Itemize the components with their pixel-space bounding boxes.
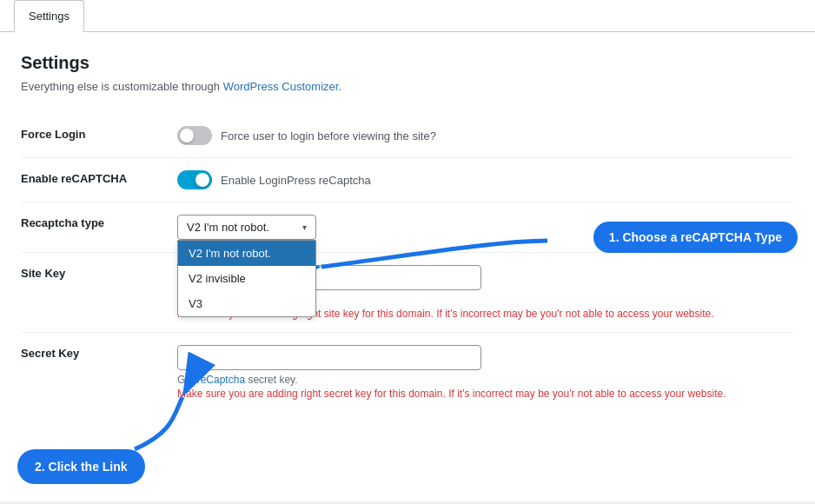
recaptcha-type-select[interactable]: V2 I'm not robot. ▾: [177, 215, 316, 240]
secret-key-input[interactable]: [177, 345, 481, 370]
settings-table: Force Login Force user to login before v…: [21, 114, 794, 412]
subtitle-period: .: [338, 80, 341, 93]
force-login-label: Force Login: [21, 114, 177, 158]
page-subtitle: Everything else is customizable through …: [21, 80, 794, 93]
enable-recaptcha-toggle-label: Enable LoginPress reCaptcha: [221, 174, 371, 187]
force-login-toggle-label: Force user to login before viewing the s…: [221, 129, 436, 143]
force-login-toggle[interactable]: [177, 126, 212, 145]
dropdown-option-v3[interactable]: V3: [178, 291, 315, 316]
chevron-down-icon: ▾: [302, 222, 307, 232]
secret-key-help-suffix: secret key.: [245, 374, 297, 386]
secret-key-control: Get reCaptcha secret key. Make sure you …: [177, 333, 794, 413]
wordpress-customizer-link[interactable]: WordPress Customizer: [223, 80, 339, 93]
annotation-click-link-label: 2. Click the Link: [17, 449, 145, 484]
enable-recaptcha-control: Enable LoginPress reCaptcha: [177, 158, 794, 202]
enable-recaptcha-row: Enable reCAPTCHA Enable LoginPress reCap…: [21, 158, 794, 202]
enable-recaptcha-toggle[interactable]: [177, 170, 212, 189]
enable-recaptcha-label: Enable reCAPTCHA: [21, 158, 177, 202]
recaptcha-type-selected-value: V2 I'm not robot.: [187, 221, 269, 234]
recaptcha-type-label: Recaptcha type: [21, 202, 177, 253]
enable-recaptcha-slider: [177, 170, 212, 189]
secret-key-recaptcha-link[interactable]: reCaptcha: [197, 374, 245, 386]
dropdown-option-v2-not-robot[interactable]: V2 I'm not robot.: [178, 241, 315, 266]
force-login-row: Force Login Force user to login before v…: [21, 114, 794, 158]
secret-key-help: Get reCaptcha secret key.: [177, 374, 794, 386]
tab-bar: Settings: [0, 0, 815, 32]
force-login-slider: [177, 126, 212, 145]
annotation-choose-type-label: 1. Choose a reCAPTCHA Type: [593, 222, 798, 253]
page-title: Settings: [21, 53, 794, 73]
secret-key-note: Make sure you are adding right secret ke…: [177, 388, 794, 400]
annotation-choose-type: 1. Choose a reCAPTCHA Type: [593, 222, 798, 253]
content-area: Settings Everything else is customizable…: [0, 32, 815, 501]
site-key-row: Site Key Get reCaptcha site key. Make su…: [21, 253, 794, 333]
settings-tab[interactable]: Settings: [14, 0, 84, 32]
page-wrapper: Settings Settings Everything else is cus…: [0, 0, 815, 504]
secret-key-label: Secret Key: [21, 333, 177, 413]
secret-key-row: Secret Key Get reCaptcha secret key. Mak…: [21, 333, 794, 413]
force-login-control: Force user to login before viewing the s…: [177, 114, 794, 158]
recaptcha-type-dropdown: V2 I'm not robot. V2 invisible V3: [177, 240, 316, 317]
recaptcha-type-select-wrapper: V2 I'm not robot. ▾ V2 I'm not robot. V2…: [177, 215, 316, 240]
site-key-label: Site Key: [21, 253, 177, 333]
dropdown-option-v2-invisible[interactable]: V2 invisible: [178, 266, 315, 291]
subtitle-text: Everything else is customizable through: [21, 80, 223, 93]
secret-key-help-prefix: Get: [177, 374, 197, 386]
annotation-click-link: 2. Click the Link: [17, 449, 145, 484]
